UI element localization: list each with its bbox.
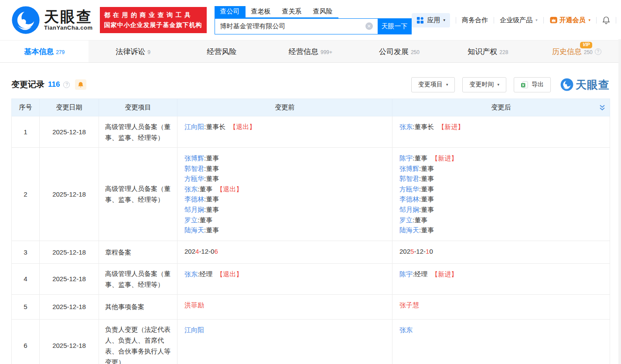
cell-text: :董事 — [419, 226, 434, 234]
search-tab-boss[interactable]: 查老板 — [246, 6, 276, 17]
cell-line: 张东:经理【退出】 — [184, 269, 385, 279]
tab-business-info[interactable]: 经营信息999+ — [266, 41, 355, 62]
entity-link[interactable]: 李德林 — [184, 195, 204, 203]
apps-menu[interactable]: 应用 ▾ — [412, 13, 450, 27]
tab-label: 经营信息 — [289, 47, 318, 57]
entity-link[interactable]: 方瓯华 — [184, 175, 204, 182]
cell-text: :董事 — [204, 226, 219, 234]
cell-text: :董事 — [419, 195, 434, 203]
bell-icon — [602, 16, 610, 24]
entity-link[interactable]: 张博辉 — [184, 154, 204, 162]
nav-open-vip[interactable]: 开通会员 ▾ — [549, 16, 591, 24]
entity-link[interactable]: 郭智君 — [399, 175, 419, 182]
entity-link[interactable]: 张东 — [184, 270, 198, 278]
entity-link[interactable]: 张东 — [399, 326, 413, 333]
change-status-tag: 【退出】 — [229, 123, 256, 130]
cell-text: :董事长 — [204, 123, 225, 130]
tab-count: 250 — [584, 49, 593, 55]
export-label: 导出 — [532, 81, 544, 88]
cell-text: :董事 — [419, 165, 434, 172]
logo-brand: 天眼查 — [44, 9, 93, 25]
main-content: 变更记录 116 ? 变更项目 ▾ 变更时间 ▾ — [0, 78, 621, 364]
promo-badge: 都在用的商业查询工具 国家中小企业发展子基金旗下机构 — [100, 7, 207, 33]
chevron-down-icon: ▾ — [444, 18, 446, 22]
monitor-bell-button[interactable] — [75, 79, 86, 90]
search-tab-relation[interactable]: 查关系 — [276, 6, 307, 17]
entity-link[interactable]: 张东 — [399, 123, 413, 130]
column-header: 变更前 — [177, 99, 392, 116]
tab-company-development[interactable]: 公司发展250 — [355, 41, 444, 62]
tab-intellectual-property[interactable]: 知识产权228 — [444, 41, 532, 62]
divider — [456, 17, 456, 24]
entity-link[interactable]: 罗立 — [399, 216, 413, 224]
column-header-label: 序号 — [19, 103, 32, 111]
entity-link[interactable]: 陈宇 — [399, 270, 413, 278]
apps-label: 应用 — [427, 16, 440, 24]
cell-text: :董事长 — [413, 123, 434, 130]
filter-change-item-button[interactable]: 变更项目 ▾ — [411, 77, 455, 92]
entity-link[interactable]: 邹月娴 — [184, 206, 204, 213]
promo-line2: 国家中小企业发展子基金旗下机构 — [104, 20, 202, 30]
chevron-down-icon: ▾ — [497, 82, 499, 87]
top-header: 天眼查 TianYanCha.com 都在用的商业查询工具 国家中小企业发展子基… — [0, 0, 621, 40]
search-tab-company[interactable]: 查公司 — [215, 6, 246, 17]
search-tab-risk[interactable]: 查风险 — [307, 6, 338, 17]
change-item: 章程备案 — [99, 241, 177, 263]
help-icon[interactable]: ? — [63, 82, 70, 88]
help-icon[interactable]: ? — [595, 48, 601, 55]
cell-line: 洪菲励 — [184, 300, 385, 310]
search-input[interactable] — [215, 18, 378, 34]
cell-line: 郭智君:董事 — [184, 163, 385, 174]
cell-line: 2025-12-10 — [399, 246, 603, 257]
filter-change-time-label: 变更时间 — [469, 81, 494, 88]
tab-label: 法律诉讼 — [116, 47, 145, 57]
entity-link[interactable]: 陈宇 — [399, 154, 413, 162]
cell-line: 陆海天:董事 — [184, 225, 385, 235]
notification-bell-button[interactable] — [602, 16, 610, 24]
cell-text: :董事 — [198, 185, 212, 193]
filter-change-time-button[interactable]: 变更时间 ▾ — [462, 77, 506, 92]
export-button[interactable]: 导出 — [514, 77, 551, 92]
entity-link[interactable]: 张东 — [184, 185, 198, 193]
tab-legal-litigation[interactable]: 法律诉讼9 — [89, 41, 177, 62]
search-tabs: 查公司查老板查关系查风险 — [215, 6, 338, 18]
collapse-all-icon[interactable] — [599, 104, 605, 111]
change-date: 2025-12-18 — [40, 294, 99, 319]
top-nav: 应用 ▾ 商务合作 企业级产品 ▾ 开通会员 ▾ — [412, 13, 621, 27]
changed-text: 6 — [214, 248, 218, 255]
clear-search-icon[interactable]: ✕ — [365, 23, 373, 30]
entity-link[interactable]: 李德林 — [399, 195, 419, 203]
entity-link[interactable]: 张博辉 — [399, 165, 419, 172]
column-header-label: 变更后 — [491, 103, 511, 111]
entity-link[interactable]: 陆海天 — [184, 226, 204, 234]
tab-operation-risk[interactable]: 经营风险 — [177, 41, 266, 62]
entity-link[interactable]: 方瓯华 — [399, 185, 419, 193]
tab-basic-info[interactable]: 基本信息279 — [0, 41, 89, 62]
table-header-row: 序号变更日期变更项目变更前变更后 — [12, 99, 610, 116]
logo-text: 天眼查 TianYanCha.com — [44, 9, 93, 31]
table-row: 62025-12-18负责人变更（法定代表人、负责人、首席代表、合伙事务执行人等… — [12, 319, 610, 364]
search-button[interactable]: 天眼一下 — [378, 18, 412, 34]
search-block: 查公司查老板查关系查风险 ✕ 天眼一下 — [215, 6, 412, 34]
cell-text: :董事 — [204, 154, 219, 162]
tab-history-info[interactable]: 历史信息250?VIP — [532, 41, 621, 62]
entity-link[interactable]: 罗立 — [184, 216, 198, 224]
filter-change-item-label: 变更项目 — [418, 81, 443, 88]
nav-business-cooperation[interactable]: 商务合作 — [462, 16, 488, 24]
entity-link[interactable]: 郭智君 — [184, 165, 204, 172]
entity-link[interactable]: 江向阳 — [184, 123, 204, 130]
entity-link[interactable]: 陆海天 — [399, 226, 419, 234]
cell-text: :董事 — [413, 216, 427, 224]
entity-link[interactable]: 江向阳 — [184, 326, 204, 333]
nav-enterprise-products[interactable]: 企业级产品 ▾ — [500, 16, 538, 24]
section-head: 变更记录 116 ? 变更项目 ▾ 变更时间 ▾ — [11, 78, 610, 91]
change-before-cell: 张东:经理【退出】 — [177, 263, 392, 294]
scrollbar[interactable] — [618, 39, 621, 364]
column-header: 变更后 — [392, 99, 610, 116]
change-status-tag: 【退出】 — [216, 185, 242, 193]
cell-line: 江向阳:董事长【退出】 — [184, 122, 385, 132]
cell-line: 陆海天:董事 — [399, 225, 603, 235]
entity-link[interactable]: 邹月娴 — [399, 206, 419, 213]
vip-label: 开通会员 — [560, 16, 586, 24]
tianyancha-logo[interactable]: 天眼查 TianYanCha.com — [11, 6, 93, 34]
